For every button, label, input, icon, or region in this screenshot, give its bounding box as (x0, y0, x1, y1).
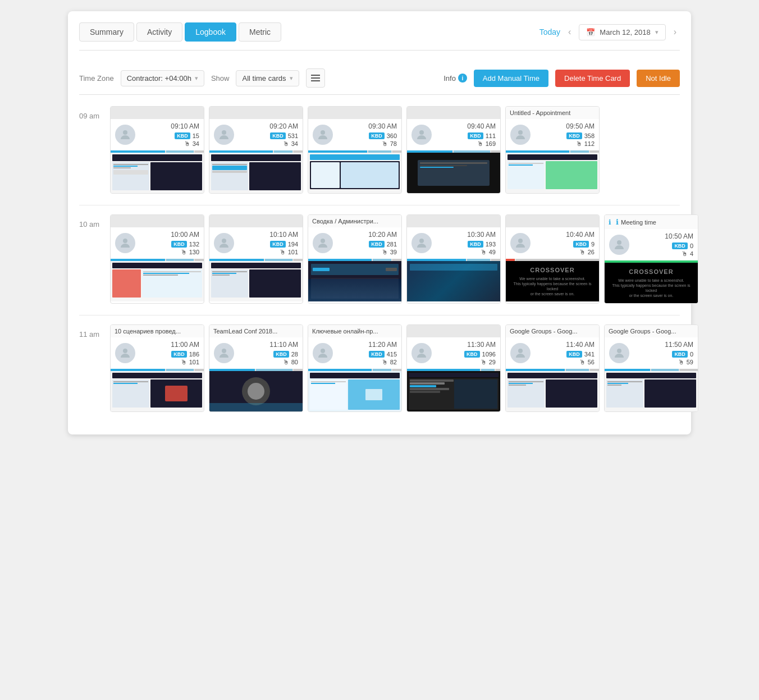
card-0930[interactable]: 09:30 AM KBD360 🖱78 (308, 106, 402, 194)
delete-time-card-button[interactable]: Delete Time Card (555, 70, 630, 87)
svg-point-12 (222, 349, 226, 353)
card-screenshot[interactable] (407, 261, 500, 301)
card-screenshot[interactable] (111, 153, 204, 193)
mouse-icon: 🖱 (283, 359, 289, 365)
today-button[interactable]: Today (539, 28, 560, 36)
card-screenshot[interactable] (407, 153, 500, 193)
card-0920[interactable]: 09:20 AM KBD531 🖱34 (209, 106, 303, 194)
card-info: 11:10 AM KBD28 🖱80 (209, 337, 303, 367)
mouse-icon: 🖱 (181, 359, 187, 365)
date-picker[interactable]: 📅 March 12, 2018 ▾ (579, 24, 665, 40)
card-screenshot[interactable] (605, 371, 698, 411)
svg-point-13 (321, 349, 325, 353)
card-screenshot[interactable]: CROSSOVER We were unable to take a scree… (506, 261, 599, 301)
time-label-09am: 09 am (79, 106, 110, 120)
prev-date-button[interactable]: ‹ (565, 25, 574, 39)
timezone-select[interactable]: Contractor: +04:00h ▾ (121, 70, 204, 86)
section-separator (79, 315, 680, 315)
kbd-value: 0 (690, 351, 693, 358)
show-select[interactable]: All time cards ▾ (236, 70, 299, 86)
tab-metric[interactable]: Metric (239, 22, 281, 42)
card-1130[interactable]: 11:30 AM KBD1096 🖱29 (406, 324, 501, 412)
card-stats: KBD281 🖱39 (336, 241, 397, 255)
stat-kbd: KBD358 (534, 132, 595, 139)
stat-mouse: 🖱49 (435, 249, 496, 255)
kbd-badge: KBD (672, 243, 688, 249)
card-stats: KBD358 🖱112 (534, 132, 595, 147)
card-0910[interactable]: 09:10 AM KBD15 🖱34 (110, 106, 204, 194)
card-title (209, 215, 303, 227)
card-1010[interactable]: 10:10 AM KBD194 🖱101 (209, 214, 303, 304)
mouse-icon: 🖱 (481, 359, 487, 365)
user-icon (118, 236, 132, 250)
stat-mouse: 🖱82 (336, 359, 397, 365)
card-screenshot[interactable] (506, 153, 599, 193)
card-screenshot[interactable] (308, 261, 401, 301)
crossover-message: CROSSOVER We were unable to take a scree… (605, 266, 698, 301)
menu-button[interactable] (306, 68, 325, 88)
user-icon (316, 236, 330, 250)
avatar (313, 125, 333, 145)
card-0950[interactable]: Untitled - Appointment 09:50 AM KBD358 🖱… (505, 106, 600, 194)
card-screenshot[interactable] (209, 153, 303, 193)
card-info: 10:40 AM KBD9 🖱26 (506, 227, 599, 257)
card-screenshot[interactable] (308, 371, 401, 411)
chevron-down-icon: ▾ (195, 75, 198, 82)
stat-kbd: KBD1096 (435, 351, 496, 358)
user-icon (415, 236, 428, 250)
card-1050[interactable]: ℹ Meeting time 10:50 AM KBD0 🖱4 (604, 214, 698, 304)
card-title: 10 сценариев провед... (111, 325, 204, 337)
card-screenshot[interactable] (111, 261, 204, 301)
card-1030[interactable]: 10:30 AM KBD193 🖱49 (406, 214, 501, 304)
card-screenshot[interactable] (506, 371, 599, 411)
card-1140[interactable]: Google Groups - Goog... 11:40 AM KBD341 … (505, 324, 600, 412)
card-1110[interactable]: TeamLead Conf 2018... 11:10 AM KBD28 🖱80 (209, 324, 303, 412)
kbd-value: 341 (584, 351, 595, 358)
card-1000[interactable]: 10:00 AM KBD132 🖱130 (110, 214, 204, 304)
user-icon (415, 346, 428, 360)
time-label-10am: 10 am (79, 214, 110, 228)
stat-mouse: 🖱101 (237, 249, 298, 255)
card-info: 10:50 AM KBD0 🖱4 (605, 229, 698, 258)
card-screenshot[interactable]: CROSSOVER We were unable to take a scree… (605, 263, 698, 303)
card-1150[interactable]: Google Groups - Goog... 11:50 AM KBD0 🖱5… (604, 324, 698, 412)
card-screenshot[interactable] (111, 371, 204, 411)
card-title: Ключевые онлайн-пр... (308, 325, 401, 337)
header-right: Today ‹ 📅 March 12, 2018 ▾ › (539, 24, 680, 40)
card-meta: 10:20 AM KBD281 🖱39 (336, 231, 397, 255)
tab-activity[interactable]: Activity (136, 22, 182, 42)
user-icon (316, 346, 330, 360)
card-screenshot[interactable] (209, 261, 303, 301)
card-title: TeamLead Conf 2018... (209, 325, 303, 337)
card-meta: 09:40 AM KBD111 🖱169 (435, 122, 496, 147)
card-title: ℹ Meeting time (605, 215, 698, 229)
card-1120[interactable]: Ключевые онлайн-пр... 11:20 AM KBD415 🖱8… (308, 324, 402, 412)
card-screenshot[interactable] (407, 371, 500, 411)
user-icon (514, 346, 527, 360)
card-screenshot[interactable] (209, 371, 303, 411)
stat-mouse: 🖱78 (336, 140, 397, 147)
card-1040[interactable]: 10:40 AM KBD9 🖱26 CROSSOVER (505, 214, 600, 304)
kbd-badge: KBD (369, 132, 385, 139)
add-manual-time-button[interactable]: Add Manual Time (474, 70, 548, 87)
svg-point-0 (123, 130, 127, 135)
kbd-badge: KBD (273, 351, 289, 358)
card-1020[interactable]: Сводка / Администри... 10:20 AM KBD281 🖱… (308, 214, 402, 304)
next-date-button[interactable]: › (670, 25, 680, 39)
kbd-badge: KBD (270, 241, 286, 248)
not-idle-button[interactable]: Not Idle (637, 70, 680, 87)
time-section-10am: 10 am 10:00 AM KBD132 🖱130 (79, 214, 680, 304)
tab-logbook[interactable]: Logbook (185, 22, 236, 42)
user-icon (514, 128, 527, 141)
mouse-value: 4 (690, 250, 693, 257)
mouse-icon: 🖱 (382, 249, 388, 255)
tab-summary[interactable]: Summary (79, 22, 134, 42)
card-0940[interactable]: 09:40 AM KBD111 🖱169 (406, 106, 501, 194)
card-time: 11:20 AM (336, 341, 397, 349)
menu-line (311, 80, 320, 81)
card-info: 10:30 AM KBD193 🖱49 (407, 227, 500, 257)
card-1100[interactable]: 10 сценариев провед... 11:00 AM KBD186 🖱… (110, 324, 204, 412)
svg-point-15 (518, 349, 523, 353)
svg-point-4 (518, 130, 523, 135)
card-screenshot[interactable] (308, 153, 401, 193)
